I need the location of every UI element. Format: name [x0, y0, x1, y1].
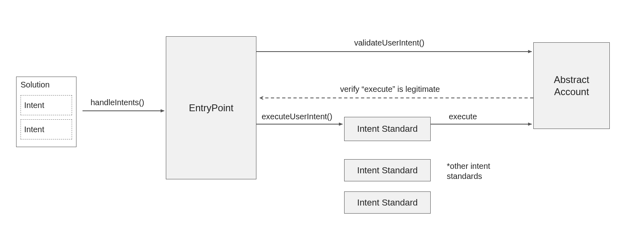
- intent-standard-other-1-label: Intent Standard: [357, 197, 417, 208]
- solution-intent-0: Intent: [21, 95, 72, 115]
- solution-intent-1-label: Intent: [24, 125, 44, 134]
- validate-user-intent-label: validateUserIntent(): [354, 38, 425, 48]
- entrypoint-box: EntryPoint: [166, 36, 256, 179]
- handle-intents-label: handleIntents(): [91, 98, 144, 107]
- abstract-account-label: Abstract Account: [554, 74, 589, 98]
- solution-intent-0-label: Intent: [24, 101, 44, 110]
- other-standards-note: *other intent standards: [447, 161, 490, 181]
- intent-standard-other-0-label: Intent Standard: [357, 165, 417, 176]
- entrypoint-label: EntryPoint: [189, 102, 233, 114]
- execute-label: execute: [449, 112, 477, 121]
- abstract-account-box: Abstract Account: [533, 42, 610, 129]
- solution-intent-1: Intent: [21, 119, 72, 139]
- diagram-stage: Solution Intent Intent EntryPoint Abstra…: [0, 0, 644, 241]
- solution-title: Solution: [21, 80, 50, 89]
- solution-box: Solution Intent Intent: [16, 77, 76, 147]
- verify-execute-label: verify “execute” is legitimate: [340, 85, 440, 94]
- execute-user-intent-label: executeUserIntent(): [262, 112, 332, 121]
- intent-standard-other-1: Intent Standard: [344, 191, 431, 214]
- intent-standard-active: Intent Standard: [344, 117, 431, 141]
- intent-standard-other-0: Intent Standard: [344, 159, 431, 181]
- intent-standard-active-label: Intent Standard: [357, 124, 417, 134]
